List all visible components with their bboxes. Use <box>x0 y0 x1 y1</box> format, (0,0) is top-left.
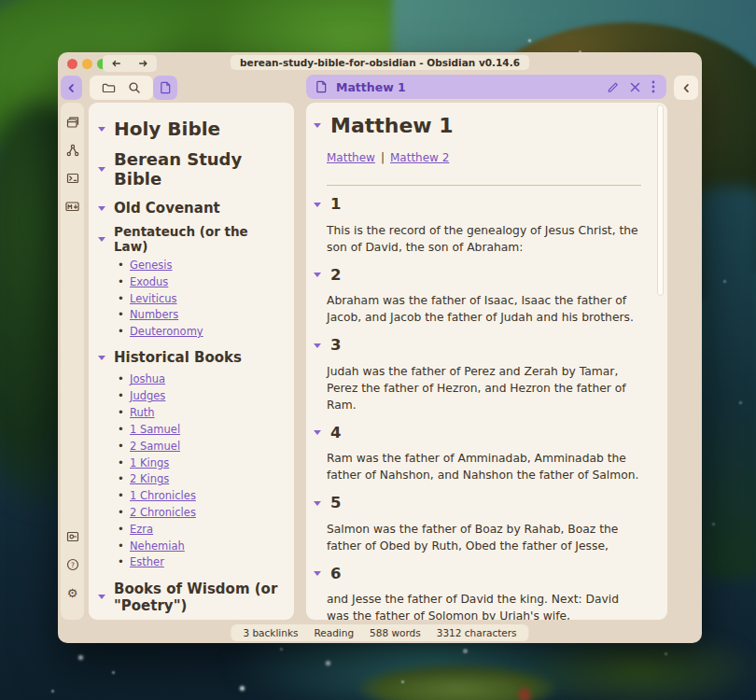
folder-icon[interactable] <box>102 81 116 94</box>
book-link[interactable]: Judges <box>130 389 165 402</box>
collapse-triangle-icon[interactable] <box>314 203 321 207</box>
list-item: Numbers <box>130 309 283 321</box>
verse-heading: 2 <box>312 266 645 286</box>
book-link[interactable]: 1 Chronicles <box>130 489 196 502</box>
nav-separator: | <box>381 151 385 164</box>
collapse-triangle-icon[interactable] <box>314 571 321 576</box>
verse-text: This is the record of the genealogy of J… <box>327 223 641 257</box>
sidebar-heading: Books of Wisdom (or "Poetry") <box>114 581 283 614</box>
book-link[interactable]: 1 Samuel <box>130 423 180 436</box>
book-link[interactable]: Leviticus <box>130 292 177 305</box>
book-link[interactable]: 2 Samuel <box>130 440 180 453</box>
sidebar-heading: Holy Bible <box>114 118 220 140</box>
book-link[interactable]: Numbers <box>130 308 178 321</box>
close-light[interactable] <box>67 59 77 69</box>
chapter-link[interactable]: Matthew <box>327 151 375 164</box>
book-link[interactable]: 2 Kings <box>130 472 169 485</box>
ribbon: ? ⚙ <box>61 103 84 620</box>
document-icon <box>315 80 328 93</box>
close-icon[interactable] <box>630 82 640 92</box>
collapse-right-sidebar-button[interactable] <box>674 76 698 100</box>
status-bar: 3 backlinksReading588 words3312 characte… <box>231 624 528 641</box>
sidebar-heading: Berean Study Bible <box>114 149 283 189</box>
titlebar: berean-study-bible-for-obsidian - Obsidi… <box>58 52 702 75</box>
tab-matthew-1[interactable]: Matthew 1 <box>306 75 666 99</box>
search-icon[interactable] <box>128 81 141 94</box>
chapter-nav-links: Matthew|Matthew 2 <box>327 151 645 164</box>
status-item: 3312 characters <box>437 627 517 638</box>
tab-title: Matthew 1 <box>336 80 406 94</box>
verse-heading: 4 <box>312 424 645 443</box>
book-link[interactable]: 1 Kings <box>130 456 169 469</box>
stacked-panes-icon[interactable] <box>61 112 84 133</box>
book-link[interactable]: Esther <box>130 555 164 568</box>
list-item: 1 Samuel <box>130 424 283 436</box>
minimize-light[interactable] <box>82 59 92 69</box>
note-title-row: Matthew 1 <box>312 114 645 137</box>
collapse-triangle-icon[interactable] <box>98 206 105 211</box>
divider <box>327 185 641 186</box>
vertical-scrollbar[interactable] <box>657 105 664 296</box>
verse-number: 5 <box>330 494 341 513</box>
collapse-triangle-icon[interactable] <box>314 430 321 435</box>
vault-icon[interactable] <box>61 526 84 547</box>
collapse-triangle-icon[interactable] <box>314 273 321 277</box>
collapse-triangle-icon[interactable] <box>98 237 105 242</box>
book-link[interactable]: Genesis <box>130 259 173 272</box>
forward-arrow-icon[interactable] <box>137 58 149 69</box>
list-item: Joshua <box>130 373 283 385</box>
sidebar-heading: Historical Books <box>114 349 242 366</box>
edit-pencil-icon[interactable] <box>607 81 619 93</box>
book-link[interactable]: Ezra <box>130 523 153 536</box>
sidebar-heading-row: Holy Bible <box>96 118 283 140</box>
verse-heading: 6 <box>312 565 645 584</box>
list-item: 2 Kings <box>130 473 283 485</box>
book-link[interactable]: 2 Chronicles <box>130 506 196 519</box>
list-item: Deuteronomy <box>130 326 283 338</box>
verse-text: and Jesse the father of David the king. … <box>327 592 641 620</box>
collapse-triangle-icon[interactable] <box>314 123 321 128</box>
book-link[interactable]: Exodus <box>130 275 168 288</box>
collapse-triangle-icon[interactable] <box>314 501 321 506</box>
verse-number: 3 <box>330 336 341 356</box>
verses: 1This is the record of the genealogy of … <box>312 195 645 620</box>
sidebar-heading-row: Pentateuch (or the Law) <box>96 224 283 254</box>
collapse-triangle-icon[interactable] <box>98 127 105 132</box>
sidebar-heading: Old Covenant <box>114 200 220 217</box>
verse-heading: 5 <box>312 494 645 513</box>
book-list: JoshuaJudgesRuth1 Samuel2 Samuel1 Kings2… <box>96 373 283 568</box>
collapse-triangle-icon[interactable] <box>314 343 321 348</box>
collapse-triangle-icon[interactable] <box>98 167 105 172</box>
verse-text: Salmon was the father of Boaz by Rahab, … <box>327 522 641 555</box>
obsidian-window: berean-study-bible-for-obsidian - Obsidi… <box>58 52 702 643</box>
list-item: Ezra <box>130 524 283 536</box>
verse-number: 6 <box>330 565 341 584</box>
book-link[interactable]: Ruth <box>130 406 155 419</box>
back-arrow-icon[interactable] <box>110 58 122 69</box>
wallpaper-bokeh <box>0 0 3 3</box>
markdown-icon[interactable] <box>61 196 84 217</box>
sidebar-heading-row: Historical Books <box>96 349 283 366</box>
book-link[interactable]: Nehemiah <box>130 539 185 553</box>
list-item: Leviticus <box>130 293 283 305</box>
new-note-button[interactable] <box>153 76 177 100</box>
list-item: 2 Chronicles <box>130 507 283 519</box>
collapse-left-sidebar-button[interactable] <box>61 76 82 100</box>
book-link[interactable]: Joshua <box>130 372 165 385</box>
list-item: Genesis <box>130 259 283 272</box>
sidebar-heading-row: Books of Wisdom (or "Poetry") <box>96 581 283 614</box>
chapter-link[interactable]: Matthew 2 <box>390 151 449 164</box>
graph-view-icon[interactable] <box>61 140 84 161</box>
collapse-triangle-icon[interactable] <box>98 595 105 599</box>
settings-gear-icon[interactable]: ⚙ <box>61 582 84 603</box>
list-item: 2 Samuel <box>130 441 283 453</box>
book-link[interactable]: Deuteronomy <box>130 325 203 338</box>
list-item: 1 Kings <box>130 457 283 469</box>
verse-text: Judah was the father of Perez and Zerah … <box>327 364 641 414</box>
verse-number: 4 <box>330 424 341 443</box>
more-options-icon[interactable] <box>651 80 655 93</box>
chevron-left-icon <box>681 83 692 93</box>
command-palette-icon[interactable] <box>61 168 84 189</box>
help-icon[interactable]: ? <box>61 554 84 575</box>
collapse-triangle-icon[interactable] <box>98 356 105 360</box>
